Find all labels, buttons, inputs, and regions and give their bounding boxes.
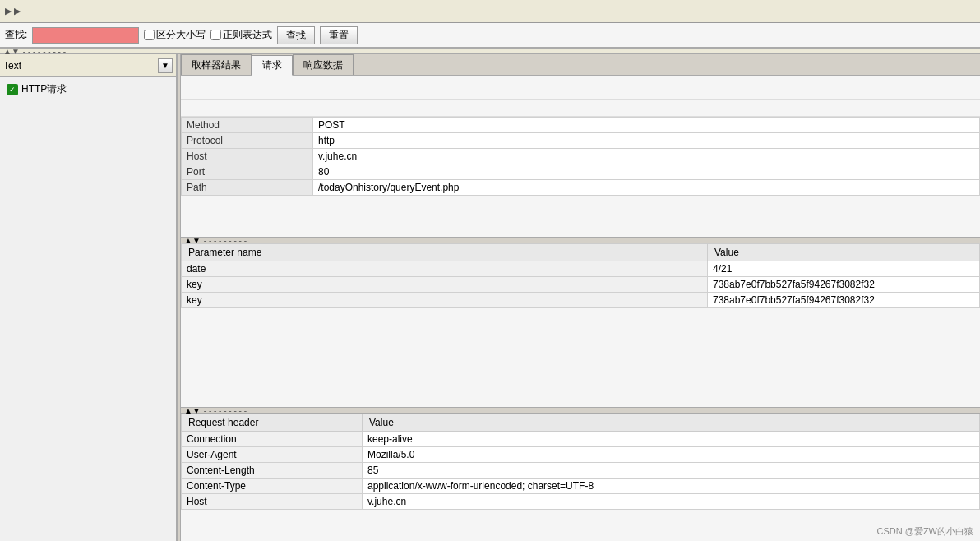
params-table: Parameter name Value date 4/21 key 738ab…: [181, 243, 980, 308]
empty-row: [181, 100, 980, 117]
protocol-value: http: [313, 133, 980, 149]
header-value: v.juhe.cn: [363, 494, 980, 510]
port-label: Port: [182, 164, 313, 180]
table-row: Connection keep-alive: [182, 432, 980, 447]
watermark: CSDN @爱ZW的小白猿: [877, 525, 974, 538]
search-bar: 查找: 区分大小写 正则表达式 查找 重置: [0, 23, 980, 48]
table-row: Content-Type application/x-www-form-urle…: [182, 479, 980, 494]
search-input[interactable]: [32, 27, 139, 44]
top-toolbar: ▶ ▶: [0, 0, 980, 23]
header-name: Content-Length: [182, 463, 363, 479]
tab-request[interactable]: 请求: [252, 55, 293, 76]
tree-item-label: HTTP请求: [21, 82, 67, 96]
param-value-header: Value: [708, 244, 980, 261]
headers-divider: ▲▼ - - - - - - - - -: [181, 407, 980, 414]
find-button[interactable]: 查找: [277, 26, 315, 44]
header-name: Content-Type: [182, 479, 363, 494]
table-row: Method POST: [182, 118, 980, 133]
port-value: 80: [313, 164, 980, 180]
header-name: User-Agent: [182, 447, 363, 463]
header-value-col: Value: [363, 414, 980, 432]
tabs-bar: 取样器结果 请求 响应数据: [181, 54, 980, 76]
header-value: Mozilla/5.0: [363, 447, 980, 463]
left-panel: Text ▼ ✓ HTTP请求: [0, 54, 177, 541]
param-value: 738ab7e0f7bb527fa5f94267f3082f32: [708, 293, 980, 308]
table-row: User-Agent Mozilla/5.0: [182, 447, 980, 463]
header-name: Host: [182, 494, 363, 510]
param-name: date: [182, 261, 708, 277]
shield-icon: ✓: [7, 84, 18, 95]
regex-checkbox[interactable]: 正则表达式: [210, 28, 272, 42]
left-panel-dropdown[interactable]: ▼: [158, 58, 173, 73]
headers-table: Request header Value Connection keep-ali…: [181, 414, 980, 510]
param-name: key: [182, 293, 708, 308]
tab-response-data[interactable]: 响应数据: [293, 54, 354, 75]
left-panel-title: Text: [3, 60, 21, 72]
headers-divider-icon: ▲▼: [184, 406, 201, 415]
path-label: Path: [182, 180, 313, 196]
right-panel: 取样器结果 请求 响应数据 Method POST Protocol http: [181, 54, 980, 541]
top-divider: ▲▼ - - - - - - - - -: [0, 48, 980, 54]
table-row: key 738ab7e0f7bb527fa5f94267f3082f32: [182, 277, 980, 293]
table-row: Host v.juhe.cn: [182, 149, 980, 164]
header-value: application/x-www-form-urlencoded; chars…: [363, 479, 980, 494]
header-value: 85: [363, 463, 980, 479]
headers-header-row: Request header Value: [182, 414, 980, 432]
params-empty-area: [181, 308, 980, 407]
param-name-header: Parameter name: [182, 244, 708, 261]
host-value: v.juhe.cn: [313, 149, 980, 164]
toolbar-placeholder: ▶ ▶: [5, 6, 21, 16]
table-row: Content-Length 85: [182, 463, 980, 479]
header-name-col: Request header: [182, 414, 363, 432]
url-section: [181, 76, 980, 100]
case-sensitive-checkbox[interactable]: 区分大小写: [144, 28, 206, 42]
reset-button[interactable]: 重置: [320, 26, 358, 44]
header-name: Connection: [182, 432, 363, 447]
host-label: Host: [182, 149, 313, 164]
table-row: Protocol http: [182, 133, 980, 149]
search-label: 查找:: [5, 28, 27, 42]
main-container: Text ▼ ✓ HTTP请求 取样器结果 请求 响应数据: [0, 54, 980, 541]
tree-item-http[interactable]: ✓ HTTP请求: [3, 81, 173, 98]
header-value: keep-alive: [363, 432, 980, 447]
left-panel-content: ✓ HTTP请求: [0, 77, 176, 541]
table-row: Port 80: [182, 164, 980, 180]
method-label: Method: [182, 118, 313, 133]
method-value: POST: [313, 118, 980, 133]
param-value: 738ab7e0f7bb527fa5f94267f3082f32: [708, 277, 980, 293]
param-value: 4/21: [708, 261, 980, 277]
path-value: /todayOnhistory/queryEvent.php: [313, 180, 980, 196]
request-info-table: Method POST Protocol http Host v.juhe.cn…: [181, 117, 980, 196]
params-divider-icon: ▲▼: [184, 236, 201, 245]
table-row: key 738ab7e0f7bb527fa5f94267f3082f32: [182, 293, 980, 308]
tab-sampler-result[interactable]: 取样器结果: [181, 54, 252, 75]
table-row: Path /todayOnhistory/queryEvent.php: [182, 180, 980, 196]
params-header-row: Parameter name Value: [182, 244, 980, 261]
param-name: key: [182, 277, 708, 293]
table-row: date 4/21: [182, 261, 980, 277]
protocol-label: Protocol: [182, 133, 313, 149]
middle-empty: [181, 196, 980, 237]
params-divider: ▲▼ - - - - - - - - -: [181, 237, 980, 243]
content-area: Method POST Protocol http Host v.juhe.cn…: [181, 76, 980, 541]
left-panel-header: Text ▼: [0, 54, 176, 77]
table-row: Host v.juhe.cn: [182, 494, 980, 510]
